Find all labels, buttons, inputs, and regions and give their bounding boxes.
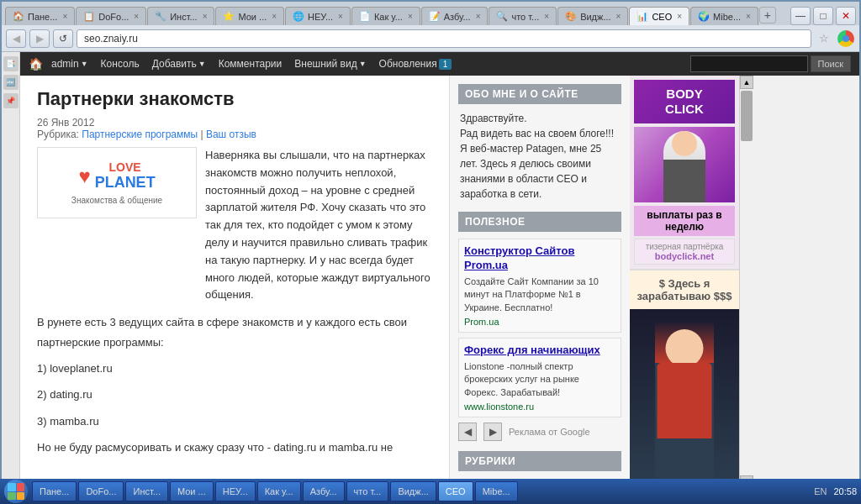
maximize-button[interactable]: □ <box>813 7 833 25</box>
taskbar-tab-11[interactable]: Mibe... <box>475 481 518 501</box>
console-menu-item[interactable]: Консоль <box>97 58 144 70</box>
bookmark-star-icon[interactable]: ☆ <box>815 29 833 48</box>
tab-label-2: DoFo... <box>98 12 129 22</box>
rubric-link-1[interactable]: Партнерские программы <box>82 129 198 140</box>
back-button[interactable]: ◀ <box>6 29 26 48</box>
forward-button[interactable]: ▶ <box>29 29 50 48</box>
tab-4[interactable]: ⭐ Мои ... × <box>215 7 284 25</box>
vertical-scrollbar[interactable]: ▲ ▼ <box>739 76 753 489</box>
scrollbar-thumb[interactable] <box>741 91 753 141</box>
tab-favicon-7: 📝 <box>429 11 441 22</box>
left-icon-3[interactable]: 📌 <box>3 93 18 108</box>
tab-close-7[interactable]: × <box>476 12 481 21</box>
tab-5[interactable]: 🌐 НЕУ... × <box>285 7 351 25</box>
blog-sidebar: ОБО МНЕ И О САЙТЕ Здравствуйте. Рад виде… <box>449 76 630 489</box>
tab-label-11: Mibe... <box>713 12 741 22</box>
sidebar-useful-section: ПОЛЕЗНОЕ Конструктор СайтовProm.ua Созда… <box>458 212 621 441</box>
left-icon-2[interactable]: 🔤 <box>3 75 18 90</box>
logo-subtitle: Знакомства & общение <box>50 196 183 205</box>
admin-bar: 🏠 admin ▼ Консоль Добавить ▼ Комментарии… <box>20 52 859 76</box>
taskbar-tab-9[interactable]: Видж... <box>390 481 436 501</box>
taskbar-tab-6[interactable]: Как у... <box>257 481 301 501</box>
right-ad-column: BODYCLICK выплаты раз в неделю тизерная … <box>630 76 739 489</box>
sidebar-about-text: Здравствуйте. Рад видеть вас на своем бл… <box>458 111 621 202</box>
logo-planet-text: PLANET <box>95 174 156 192</box>
comments-menu-item[interactable]: Комментарии <box>214 58 287 70</box>
sidebar-useful-header: ПОЛЕЗНОЕ <box>458 212 621 232</box>
taskbar-tab-5[interactable]: НЕУ... <box>215 481 256 501</box>
admin-search-wrap: Поиск <box>690 55 851 72</box>
list-item-2: 2) dating.ru <box>37 385 432 404</box>
tab-close-8[interactable]: × <box>544 12 549 21</box>
admin-search-button[interactable]: Поиск <box>811 55 851 72</box>
sidebar-ad-1: Конструктор СайтовProm.ua Создайте Сайт … <box>458 239 621 333</box>
rubric-sep: | <box>200 129 203 140</box>
rubric-link-2[interactable]: Ваш отзыв <box>206 129 256 140</box>
tab-6[interactable]: 📄 Как у... × <box>351 7 420 25</box>
close-button[interactable]: ✕ <box>836 7 856 25</box>
taskbar-tab-10[interactable]: CEO <box>438 481 473 501</box>
start-button[interactable] <box>4 480 28 503</box>
tab-label-4: Мои ... <box>238 12 267 22</box>
tab-close-3[interactable]: × <box>203 12 208 21</box>
tab-7[interactable]: 📝 Азбу... × <box>421 7 489 25</box>
post-image: ♥ LOVE PLANET Знакомства & общение <box>37 147 197 304</box>
chrome-menu-icon[interactable] <box>837 29 855 48</box>
ad-next-button[interactable]: ▶ <box>483 423 502 441</box>
sidebar-ad-2-title[interactable]: Форекс для начинающих <box>464 344 615 358</box>
tab-close-2[interactable]: × <box>134 12 139 21</box>
tab-11[interactable]: 🌍 Mibe... × <box>690 7 758 25</box>
admin-user-menu[interactable]: admin ▼ <box>47 58 92 70</box>
body-para-1: В рунете есть 3 ведущих сайта в сфере зн… <box>37 312 432 352</box>
sidebar-ad-2: Форекс для начинающих Lionstone -полный … <box>458 338 621 417</box>
tab-close-4[interactable]: × <box>272 12 277 21</box>
new-tab-button[interactable]: + <box>759 7 776 24</box>
address-bar[interactable]: seo.znaiy.ru <box>77 29 811 48</box>
add-menu-item[interactable]: Добавить ▼ <box>148 58 210 70</box>
minimize-button[interactable]: — <box>790 7 811 25</box>
post-title: Партнерки знакомств <box>37 88 432 110</box>
tab-10-active[interactable]: 📊 CEO × <box>629 7 689 25</box>
scrollbar-track[interactable] <box>740 89 753 475</box>
sidebar-ad-1-url: Prom.ua <box>464 317 615 327</box>
windows-logo <box>8 483 24 500</box>
taskbar-tab-7[interactable]: Азбу... <box>303 481 345 501</box>
right-person-ad[interactable] <box>630 309 739 489</box>
sidebar-rubrics-header: РУБРИКИ <box>458 451 621 471</box>
sidebar-ad-1-title[interactable]: Конструктор СайтовProm.ua <box>464 244 615 273</box>
tab-3[interactable]: 🔧 Инст... × <box>147 7 214 25</box>
updates-menu-item[interactable]: Обновления 1 <box>375 58 457 70</box>
taskbar-tab-1[interactable]: Пане... <box>32 481 77 501</box>
sidebar-about-header: ОБО МНЕ И О САЙТЕ <box>458 84 621 104</box>
tab-label-7: Азбу... <box>444 12 471 22</box>
tab-close-11[interactable]: × <box>746 12 751 21</box>
taskbar-tab-3[interactable]: Инст... <box>125 481 167 501</box>
taskbar-tab-2[interactable]: DoFo... <box>78 481 124 501</box>
tab-label-8: что т... <box>511 12 539 22</box>
tab-close-10[interactable]: × <box>677 12 682 21</box>
sidebar-ad-1-text: Создайте Сайт Компании за 10 минут на Пл… <box>464 276 615 314</box>
tab-favicon-2: 📋 <box>83 11 95 22</box>
wp-logo-icon: 🏠 <box>29 57 43 71</box>
taskbar-tab-8[interactable]: что т... <box>346 481 389 501</box>
appearance-menu-item[interactable]: Внешний вид ▼ <box>290 58 370 70</box>
tab-close-6[interactable]: × <box>408 12 413 21</box>
scroll-up-button[interactable]: ▲ <box>740 76 753 89</box>
tab-favicon-6: 📄 <box>359 11 371 22</box>
tab-close-9[interactable]: × <box>616 12 621 21</box>
tab-2[interactable]: 📋 DoFo... × <box>76 7 146 25</box>
reload-button[interactable]: ↺ <box>53 29 73 48</box>
ad-prev-button[interactable]: ◀ <box>458 423 477 441</box>
post-date: 26 Янв 2012 <box>37 117 94 129</box>
tab-8[interactable]: 🔍 что т... × <box>489 7 557 25</box>
left-icon-1[interactable]: 📑 <box>3 56 18 71</box>
heart-icon: ♥ <box>78 165 90 188</box>
tab-close-5[interactable]: × <box>338 12 343 21</box>
tab-close-1[interactable]: × <box>62 12 67 21</box>
admin-search-input[interactable] <box>690 55 808 72</box>
bodyclick-ad[interactable]: BODYCLICK выплаты раз в неделю тизерная … <box>630 76 739 270</box>
taskbar-tab-4[interactable]: Мои ... <box>170 481 214 501</box>
tab-9[interactable]: 🎨 Видж... × <box>557 7 628 25</box>
tab-1[interactable]: 🏠 Пане... × <box>5 7 75 25</box>
sidebar-ad-2-text: Lionstone -полный спектр брокерских услу… <box>464 360 615 399</box>
